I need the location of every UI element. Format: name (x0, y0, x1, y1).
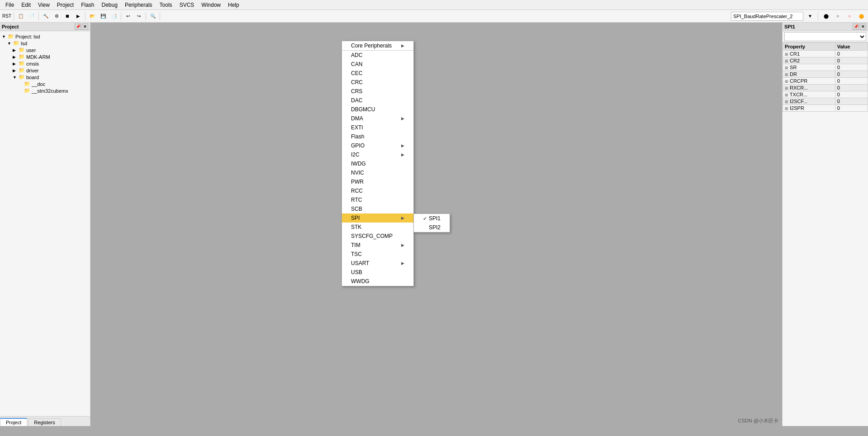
prop-row-cr2[interactable]: ⊞ CR20 (783, 57, 868, 64)
sep2 (38, 12, 39, 20)
prop-row-cr1[interactable]: ⊞ CR10 (783, 51, 868, 57)
right-panel-header-btns: 📌 ✕ (853, 24, 866, 30)
panel-header-buttons: 📌 ✕ (75, 24, 88, 30)
menu-dma[interactable]: DMA ▶ (342, 114, 413, 123)
menu-debug[interactable]: Debug (98, 1, 121, 9)
circle-btn3[interactable]: ○ (844, 11, 854, 21)
prop-name-cr2: ⊞ CR2 (783, 57, 835, 64)
combo-input[interactable] (731, 12, 803, 21)
menu-spi[interactable]: SPI ▶ (342, 213, 413, 223)
tree-lsd[interactable]: ▼ 📁 lsd (7, 40, 88, 47)
menu-pwr[interactable]: PWR (342, 177, 413, 186)
prop-row-i2spr[interactable]: ⊞ I2SPR0 (783, 105, 868, 112)
tree-mdk-arm[interactable]: ▶ 📁 MDK-ARM (13, 53, 88, 60)
find-btn[interactable]: 🔍 (148, 11, 158, 21)
submenu-spi2[interactable]: ✓ SPI2 (414, 223, 450, 232)
menu-exti[interactable]: EXTI (342, 123, 413, 132)
save-all-btn[interactable]: 📑 (109, 11, 119, 21)
iwdg-label: IWDG (351, 161, 366, 167)
menu-rtc[interactable]: RTC (342, 195, 413, 204)
menu-file[interactable]: File (2, 1, 18, 9)
lsd-label: lsd (21, 41, 27, 46)
right-panel-pin-btn[interactable]: 📌 (853, 24, 859, 30)
menu-syscfg[interactable]: SYSCFG_COMP (342, 232, 413, 241)
menu-dbgmcu[interactable]: DBGMCU (342, 105, 413, 114)
menu-flash[interactable]: Flash (342, 132, 413, 141)
copy-btn[interactable]: 📋 (16, 11, 26, 21)
menu-wwdg[interactable]: WWDG (342, 277, 413, 286)
menu-crc[interactable]: CRC (342, 78, 413, 87)
prop-row-dr[interactable]: ⊞ DR0 (783, 71, 868, 78)
tab-registers[interactable]: Registers (28, 418, 61, 426)
menu-adc[interactable]: ADC (342, 51, 413, 60)
menu-cec[interactable]: CEC (342, 69, 413, 78)
submenu-spi1[interactable]: ✓ SPI1 (414, 214, 450, 223)
menu-core-peripherals[interactable]: Core Peripherals ▶ (342, 41, 413, 50)
menu-rcc[interactable]: RCC (342, 186, 413, 195)
tab-project[interactable]: Project (0, 418, 27, 426)
doc-folder-icon: 📁 (24, 81, 31, 87)
menu-view[interactable]: View (34, 1, 53, 9)
redo-btn[interactable]: ↪ (134, 11, 144, 21)
syscfg-label: SYSCFG_COMP (351, 233, 393, 239)
circle-btn4[interactable]: ⬤ (856, 11, 866, 21)
tree-stm32cubemx[interactable]: 📁 __stm32cubemx (18, 87, 88, 94)
menu-iwdg[interactable]: IWDG (342, 159, 413, 168)
tree-driver[interactable]: ▶ 📁 driver (13, 67, 88, 74)
menu-stk[interactable]: STK (342, 223, 413, 232)
menu-project[interactable]: Project (53, 1, 77, 9)
menu-window[interactable]: Window (198, 1, 224, 9)
undo-btn[interactable]: ↩ (123, 11, 133, 21)
paste-btn[interactable]: 📄 (27, 11, 37, 21)
lsd-folder-icon: 📁 (13, 40, 20, 46)
core-peripherals-arrow: ▶ (401, 43, 404, 48)
menu-peripherals[interactable]: Peripherals (121, 1, 156, 9)
circle-btn1[interactable]: ⬤ (821, 11, 831, 21)
stop-btn[interactable]: ⏹ (62, 11, 72, 21)
menu-help[interactable]: Help (224, 1, 243, 9)
tree-root[interactable]: ▼ 📁 Project: lsd (2, 33, 88, 40)
rebuild-btn[interactable]: ⚙ (52, 11, 62, 21)
open-btn[interactable]: 📂 (87, 11, 97, 21)
combo-dropdown-btn[interactable]: ▼ (805, 11, 815, 21)
menu-can[interactable]: CAN (342, 60, 413, 69)
reset-btn[interactable]: RST (2, 11, 12, 21)
scb-label: SCB (351, 206, 362, 212)
prop-row-i2scf...[interactable]: ⊞ I2SCF...0 (783, 98, 868, 105)
menu-edit[interactable]: Edit (18, 1, 34, 9)
menu-usart[interactable]: USART ▶ (342, 259, 413, 268)
menu-nvic[interactable]: NVIC (342, 168, 413, 177)
prop-row-rxcr...[interactable]: ⊞ RXCR...0 (783, 85, 868, 91)
menu-tools[interactable]: Tools (156, 1, 176, 9)
core-peripherals-label: Core Peripherals (351, 43, 392, 49)
tree-cmsis[interactable]: ▶ 📁 cmsis (13, 60, 88, 67)
menu-tsc[interactable]: TSC (342, 250, 413, 259)
panel-pin-btn[interactable]: 📌 (75, 24, 81, 30)
circle-btn2[interactable]: ○ (833, 11, 843, 21)
tree-board[interactable]: ▼ 📁 board (13, 74, 88, 81)
menu-scb[interactable]: SCB (342, 204, 413, 213)
menu-flash[interactable]: Flash (77, 1, 98, 9)
lsd-expander: ▼ (7, 41, 13, 46)
save-btn[interactable]: 💾 (98, 11, 108, 21)
debug-start-btn[interactable]: ▶ (73, 11, 83, 21)
menu-gpio[interactable]: GPIO ▶ (342, 141, 413, 150)
prop-row-crcpr[interactable]: ⊞ CRCPR0 (783, 78, 868, 85)
prop-name-i2spr: ⊞ I2SPR (783, 105, 835, 112)
tree-doc[interactable]: 📁 __doc (18, 81, 88, 87)
build-btn[interactable]: 🔨 (41, 11, 51, 21)
menu-i2c[interactable]: I2C ▶ (342, 150, 413, 159)
menu-usb[interactable]: USB (342, 268, 413, 277)
menu-tim[interactable]: TIM ▶ (342, 241, 413, 250)
tree-user[interactable]: ▶ 📁 user (13, 47, 88, 53)
spi-container: SPI ▶ ✓ SPI1 ✓ SPI2 (342, 213, 413, 223)
right-panel-select[interactable] (784, 32, 866, 41)
prop-row-txcr...[interactable]: ⊞ TXCR...0 (783, 91, 868, 98)
menu-crs[interactable]: CRS (342, 87, 413, 96)
panel-close-btn[interactable]: ✕ (82, 24, 88, 30)
prop-value-cr2: 0 (835, 57, 868, 64)
prop-row-sr[interactable]: ⊞ SR0 (783, 64, 868, 71)
menu-dac[interactable]: DAC (342, 96, 413, 105)
right-panel-close-btn[interactable]: ✕ (860, 24, 866, 30)
menu-svcs[interactable]: SVCS (176, 1, 198, 9)
